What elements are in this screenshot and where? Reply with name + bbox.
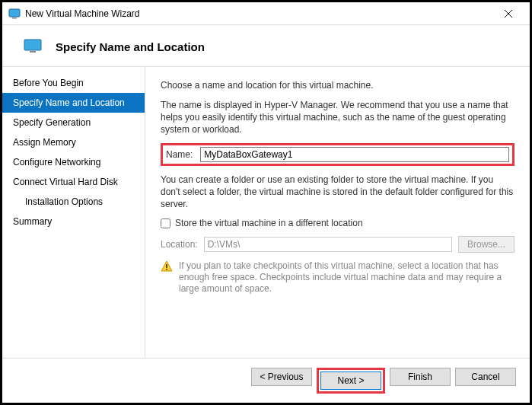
location-label: Location: <box>161 239 198 250</box>
next-button[interactable]: Next > <box>320 372 381 390</box>
sidebar-item-summary[interactable]: Summary <box>2 212 145 231</box>
sidebar-item-assign-memory[interactable]: Assign Memory <box>2 132 145 152</box>
wizard-body: Before You Begin Specify Name and Locati… <box>2 67 530 358</box>
page-title: Specify Name and Location <box>56 40 205 53</box>
store-location-label: Store the virtual machine in a different… <box>175 218 363 228</box>
content-panel: Choose a name and location for this virt… <box>145 67 530 358</box>
store-location-checkbox[interactable] <box>161 218 170 228</box>
wizard-header: Specify Name and Location <box>2 25 530 67</box>
sidebar-item-specify-name-location[interactable]: Specify Name and Location <box>2 93 145 113</box>
footer: < Previous Next > Finish Cancel <box>2 358 530 403</box>
svg-rect-0 <box>9 9 20 17</box>
close-icon <box>505 10 512 18</box>
previous-button[interactable]: < Previous <box>251 368 312 386</box>
svg-rect-1 <box>12 18 17 19</box>
sidebar-item-label: Configure Networking <box>13 157 100 167</box>
sidebar-item-specify-generation[interactable]: Specify Generation <box>2 113 145 132</box>
svg-rect-7 <box>166 264 167 268</box>
sidebar-item-label: Specify Name and Location <box>13 97 125 108</box>
description-text: The name is displayed in Hyper-V Manager… <box>161 99 514 136</box>
name-label: Name: <box>166 149 193 160</box>
sidebar-item-label: Connect Virtual Hard Disk <box>13 177 118 187</box>
titlebar: New Virtual Machine Wizard <box>2 2 530 25</box>
next-highlight: Next > <box>317 368 385 394</box>
location-input <box>204 237 452 252</box>
sidebar-item-label: Installation Options <box>25 196 103 207</box>
intro-text: Choose a name and location for this virt… <box>161 79 514 91</box>
name-row: Name: <box>161 143 514 166</box>
sidebar-item-connect-virtual-hard-disk[interactable]: Connect Virtual Hard Disk <box>2 172 145 192</box>
close-button[interactable] <box>493 2 524 24</box>
svg-rect-4 <box>24 40 41 50</box>
monitor-icon <box>24 39 42 54</box>
folder-text: You can create a folder or use an existi… <box>161 174 514 210</box>
app-icon <box>8 8 21 20</box>
warning-icon <box>161 260 173 273</box>
sidebar-item-label: Assign Memory <box>13 137 76 148</box>
sidebar-item-label: Summary <box>13 216 52 227</box>
location-row: Location: Browse... <box>161 236 514 253</box>
sidebar-item-label: Specify Generation <box>13 117 91 128</box>
window-title: New Virtual Machine Wizard <box>25 8 493 19</box>
name-input[interactable] <box>200 147 509 162</box>
finish-button[interactable]: Finish <box>390 368 451 386</box>
store-location-row: Store the virtual machine in a different… <box>161 218 514 228</box>
sidebar-item-label: Before You Begin <box>13 78 84 88</box>
warning-text: If you plan to take checkpoints of this … <box>179 260 514 295</box>
sidebar-item-configure-networking[interactable]: Configure Networking <box>2 152 145 172</box>
browse-button: Browse... <box>458 236 514 253</box>
sidebar-item-before-you-begin[interactable]: Before You Begin <box>2 73 145 93</box>
sidebar-item-installation-options[interactable]: Installation Options <box>2 192 145 212</box>
svg-rect-8 <box>166 269 167 270</box>
svg-rect-5 <box>30 51 36 53</box>
cancel-button[interactable]: Cancel <box>455 368 516 386</box>
sidebar: Before You Begin Specify Name and Locati… <box>2 67 145 358</box>
warning-row: If you plan to take checkpoints of this … <box>161 260 514 295</box>
